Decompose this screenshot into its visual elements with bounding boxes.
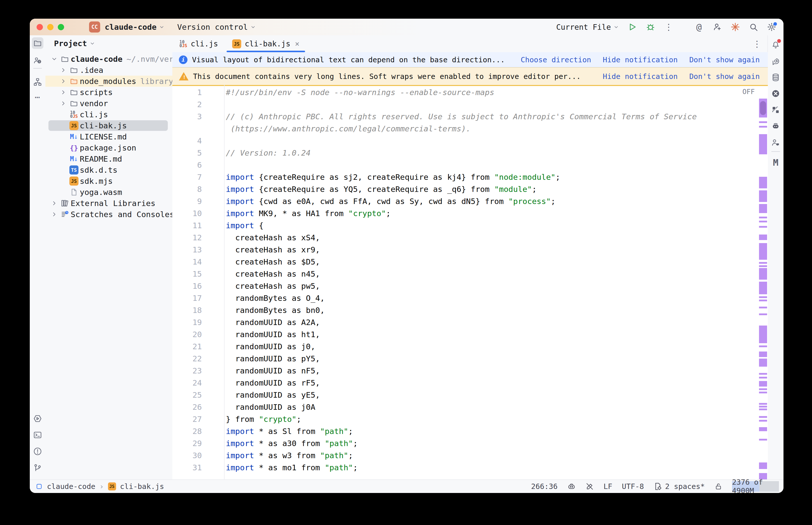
- line-number: 26: [172, 403, 202, 411]
- close-tab-icon[interactable]: ×: [295, 39, 299, 48]
- more-tool-button[interactable]: …: [32, 89, 43, 101]
- ai-chat-tool-button[interactable]: [770, 55, 781, 67]
- tree-item-External Libraries[interactable]: External Libraries: [45, 198, 172, 209]
- bell-tool-button[interactable]: [770, 39, 781, 51]
- tree-item-LICENSE.md[interactable]: M↓ LICENSE.md: [45, 131, 172, 142]
- code-line: 3 // (c) Anthropic PBC. All rights reser…: [172, 110, 758, 122]
- tree-item-cli.js[interactable]: 100JS cli.js: [45, 109, 172, 120]
- users-question-tool-button[interactable]: ?: [32, 55, 43, 66]
- code-line: 21 randomUUID as j0,: [172, 341, 758, 352]
- hexagon-play-tool-button[interactable]: [32, 413, 43, 424]
- editor-tab-cli.js[interactable]: 100JS cli.js: [172, 35, 225, 52]
- banner-action[interactable]: Choose direction: [520, 56, 591, 64]
- zoom-window-button[interactable]: [58, 24, 64, 30]
- bot-tool-button[interactable]: [770, 120, 781, 132]
- status-pencil-slash[interactable]: [586, 482, 594, 491]
- status-memory-indicator[interactable]: 2376 of 4900M: [732, 481, 779, 492]
- project-square-icon: [35, 483, 43, 490]
- tree-item-sdk.d.ts[interactable]: TS sdk.d.ts: [45, 164, 172, 176]
- tree-chevron-icon[interactable]: [59, 78, 68, 85]
- code-viewport[interactable]: OFF 1 #!/usr/bin/env -S node --no-warnin…: [172, 85, 768, 480]
- status-line-separator[interactable]: LF: [604, 482, 612, 491]
- project-menu[interactable]: claude-code: [105, 22, 157, 31]
- run-button[interactable]: [627, 22, 638, 32]
- tree-item-sdk.mjs[interactable]: JS sdk.mjs: [45, 176, 172, 186]
- ide-window: CC claude-code Version control Current F…: [30, 19, 783, 493]
- tree-item-package.json[interactable]: {} package.json: [45, 142, 172, 153]
- tree-item-.idea[interactable]: .idea: [45, 64, 172, 76]
- x-circle-tool-button[interactable]: [770, 88, 781, 99]
- m-logo-tool-button[interactable]: M: [770, 157, 781, 168]
- tab-options-button[interactable]: ⋮: [753, 40, 761, 48]
- terminal-tool-button[interactable]: [32, 429, 43, 441]
- tree-item-label: sdk.d.ts: [80, 165, 117, 175]
- run-configuration-select[interactable]: Current File: [556, 23, 619, 31]
- version-control-menu[interactable]: Version control: [177, 22, 248, 31]
- tree-item-label: sdk.mjs: [80, 177, 113, 185]
- folder-icon: [68, 99, 80, 108]
- scratch-icon: [59, 210, 71, 219]
- search-everywhere-button[interactable]: [748, 22, 759, 32]
- tree-item-vendor[interactable]: vendor: [45, 98, 172, 109]
- puzzle-tool-button[interactable]: [770, 104, 781, 116]
- more-actions-button[interactable]: ⋮: [663, 22, 674, 32]
- tree-chevron-icon[interactable]: [59, 100, 68, 107]
- editor-scrollbar[interactable]: [758, 85, 768, 480]
- change-marker: [759, 345, 767, 347]
- banner-action[interactable]: Hide notification: [603, 56, 678, 64]
- minimize-window-button[interactable]: [47, 24, 54, 30]
- breadcrumb-file[interactable]: cli-bak.js: [120, 482, 164, 491]
- tree-chevron-icon[interactable]: [49, 200, 59, 207]
- debug-button[interactable]: [645, 22, 656, 32]
- status-caret-position[interactable]: 266:36: [531, 482, 558, 491]
- line-number: 23: [172, 366, 202, 375]
- code-line: 22 randomUUID as pY5,: [172, 352, 758, 365]
- structure-tool-button[interactable]: [32, 76, 43, 88]
- problems-tool-button[interactable]: [32, 446, 43, 457]
- line-number: 13: [172, 245, 202, 254]
- tree-chevron-icon[interactable]: [49, 56, 59, 62]
- banner-action[interactable]: Don't show again: [689, 56, 760, 64]
- folder-icon: [68, 88, 80, 96]
- database-tool-button[interactable]: [770, 72, 781, 83]
- line-number: 17: [172, 294, 202, 303]
- change-marker: [759, 381, 767, 387]
- js-file-icon: JS: [108, 482, 116, 491]
- tree-chevron-icon[interactable]: [59, 89, 68, 95]
- project-tool-button[interactable]: [32, 37, 43, 49]
- status-indent[interactable]: 2 spaces*: [653, 482, 705, 491]
- status-encoding[interactable]: UTF-8: [622, 482, 644, 491]
- breadcrumb-project[interactable]: claude-code: [47, 482, 95, 491]
- tree-item-README.md[interactable]: M↓ README.md: [45, 153, 172, 164]
- tree-item-node_modules[interactable]: node_moduleslibrary: [45, 76, 172, 87]
- breadcrumb: claude-code › JS cli-bak.js: [30, 482, 164, 491]
- git-branch-tool-button[interactable]: [32, 462, 43, 474]
- scrollbar-thumb[interactable]: [760, 101, 766, 115]
- burst-icon[interactable]: [730, 22, 741, 32]
- banner-action[interactable]: Don't show again: [689, 72, 760, 81]
- close-window-button[interactable]: [36, 24, 43, 30]
- folder-icon: [68, 66, 80, 74]
- status-unlock[interactable]: [714, 482, 722, 491]
- change-marker: [759, 306, 767, 309]
- line-number: 7: [172, 172, 202, 182]
- banner-action[interactable]: Hide notification: [603, 72, 678, 81]
- status-copilot[interactable]: [567, 482, 576, 491]
- change-marker: [759, 300, 767, 301]
- code-line: 14 createHash as $D5,: [172, 256, 758, 268]
- change-marker: [759, 235, 767, 240]
- tree-item-Scratches and Consoles[interactable]: Scratches and Consoles: [45, 209, 172, 220]
- add-user-icon[interactable]: [712, 22, 722, 32]
- mentions-icon[interactable]: @: [694, 22, 704, 32]
- editor-tab-cli-bak.js[interactable]: JS cli-bak.js×: [225, 35, 307, 52]
- code-line: 29 import * as a30 from "path";: [172, 437, 758, 449]
- tree-item-cli-bak.js[interactable]: JS cli-bak.js: [45, 120, 172, 131]
- project-panel-header[interactable]: Project: [45, 35, 172, 51]
- user-chat-tool-button[interactable]: [770, 137, 781, 148]
- settings-button[interactable]: [766, 22, 777, 32]
- tree-item-scripts[interactable]: scripts: [45, 87, 172, 98]
- tree-item-claude-code[interactable]: claude-code~/.nvm/vers: [45, 54, 172, 64]
- tree-item-yoga.wasm[interactable]: yoga.wasm: [45, 186, 172, 198]
- tree-chevron-icon[interactable]: [49, 211, 59, 217]
- tree-chevron-icon[interactable]: [59, 67, 68, 73]
